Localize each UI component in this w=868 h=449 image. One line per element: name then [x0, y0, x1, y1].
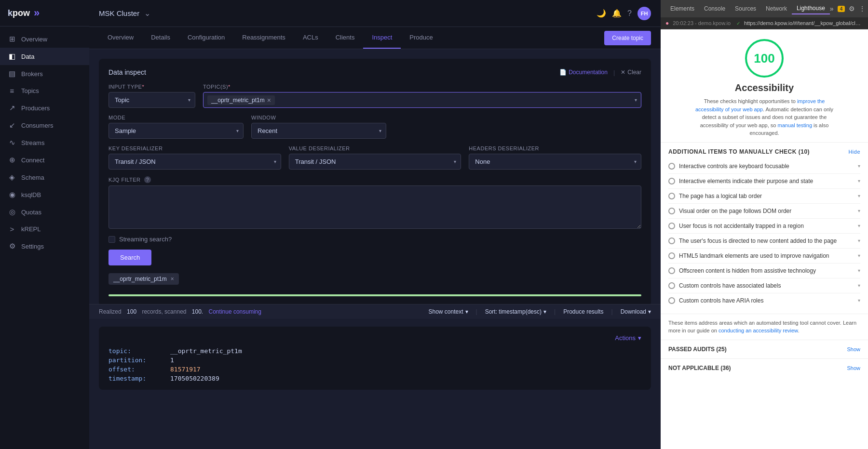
audit-item[interactable]: Visual order on the page follows DOM ord… — [668, 204, 860, 219]
more-tools-icon[interactable]: » — [830, 5, 834, 13]
audit-item[interactable]: Interactive controls are keyboard focusa… — [668, 159, 860, 174]
manual-testing-link[interactable]: manual testing — [778, 122, 813, 128]
not-applicable-header: NOT APPLICABLE (36) Show — [668, 365, 860, 371]
inspect-header: Data inspect 📄 Documentation | ✕ Clear — [108, 68, 641, 76]
audit-item[interactable]: The user's focus is directed to new cont… — [668, 234, 860, 249]
sidebar-item-connect[interactable]: ⊕ Connect — [0, 151, 89, 169]
topic-field-value: __oprtr_metric_pt1m — [170, 347, 641, 355]
hide-button[interactable]: Hide — [848, 149, 860, 155]
window-select[interactable]: Recent — [251, 123, 386, 139]
mode-select[interactable]: Sample — [108, 123, 244, 139]
sidebar-item-data[interactable]: ◧ Data — [0, 48, 89, 65]
accessibility-review-link[interactable]: conducting an accessibility review — [719, 328, 798, 333]
bell-icon[interactable]: 🔔 — [612, 9, 622, 18]
dev-tabs: Elements Console Sources Network Lightho… — [665, 3, 830, 14]
sidebar-item-ksqldb[interactable]: ◉ ksqlDB — [0, 186, 89, 203]
search-button[interactable]: Search — [108, 250, 151, 265]
documentation-link[interactable]: 📄 Documentation — [559, 69, 608, 76]
status-left: Realized 100 records, scanned 100. Conti… — [99, 308, 261, 315]
lighthouse-label: Accessibility — [735, 82, 794, 93]
topic-search-input[interactable] — [278, 96, 632, 104]
audit-circle-icon — [668, 208, 675, 214]
dev-tab-elements[interactable]: Elements — [665, 3, 699, 14]
results-tag-remove[interactable]: × — [171, 276, 174, 282]
chevron-down-icon: ▾ — [858, 283, 860, 288]
show-context-button[interactable]: Show context ▾ — [428, 308, 468, 315]
sidebar-item-quotas[interactable]: ◎ Quotas — [0, 203, 89, 221]
audit-item[interactable]: The page has a logical tab order ▾ — [668, 189, 860, 204]
sort-button[interactable]: Sort: timestamp(desc) ▾ — [485, 308, 546, 315]
audit-item[interactable]: HTML5 landmark elements are used to impr… — [668, 249, 860, 264]
sidebar-item-settings[interactable]: ⚙ Settings — [0, 238, 89, 255]
download-button[interactable]: Download ▾ — [621, 308, 651, 315]
tab-details[interactable]: Details — [142, 27, 179, 49]
additional-items-header: ADDITIONAL ITEMS TO MANUALLY CHECK (10) … — [668, 148, 860, 155]
not-applicable-label: NOT APPLICABLE (36) — [668, 365, 731, 371]
chevron-down-icon[interactable]: ⌄ — [144, 9, 150, 18]
window-group: Window Recent ▾ — [251, 115, 386, 139]
not-applicable-show-button[interactable]: Show — [847, 365, 860, 371]
moon-icon[interactable]: 🌙 — [597, 9, 606, 18]
gear-settings-icon[interactable]: ⚙ — [849, 5, 855, 13]
filter-input[interactable] — [108, 185, 641, 229]
mode-select-wrapper: Sample ▾ — [108, 123, 244, 139]
audit-item[interactable]: Custom controls have associated labels ▾ — [668, 278, 860, 293]
additional-items-section: ADDITIONAL ITEMS TO MANUALLY CHECK (10) … — [661, 142, 868, 314]
produce-results-button[interactable]: Produce results — [563, 308, 603, 315]
passed-show-button[interactable]: Show — [847, 346, 860, 352]
tab-produce[interactable]: Produce — [401, 27, 441, 49]
dev-tab-console[interactable]: Console — [699, 3, 730, 14]
more-icon[interactable]: ⋮ — [859, 5, 866, 13]
sidebar-item-consumers[interactable]: ↙ Consumers — [0, 117, 89, 134]
audit-item[interactable]: Interactive elements indicate their purp… — [668, 174, 860, 189]
tab-acls[interactable]: ACLs — [294, 27, 327, 49]
sidebar-item-krepl[interactable]: > kREPL — [0, 221, 89, 238]
audit-item[interactable]: Offscreen content is hidden from assisti… — [668, 264, 860, 278]
help-icon[interactable]: ? — [627, 9, 632, 18]
sidebar-item-producers[interactable]: ↗ Producers — [0, 99, 89, 117]
tab-configuration[interactable]: Configuration — [179, 27, 233, 49]
sidebar-item-topics[interactable]: ≡ Topics — [0, 82, 89, 99]
clear-link[interactable]: ✕ Clear — [621, 69, 641, 76]
score-circle: 100 — [745, 39, 784, 78]
sidebar-item-brokers[interactable]: ▤ Brokers — [0, 65, 89, 82]
topics-group: Topic(s)* __oprtr_metric_pt1m × ▾ — [203, 84, 641, 108]
tab-reassignments[interactable]: Reassignments — [233, 27, 294, 49]
key-deser-select-wrapper: Transit / JSON ▾ — [108, 154, 281, 170]
headers-deser-label: Headers deserializer — [469, 145, 641, 151]
dev-tab-network[interactable]: Network — [761, 3, 792, 14]
topbar-left: MSK Cluster ⌄ — [99, 9, 150, 18]
sidebar-item-overview[interactable]: ⊞ Overview — [0, 30, 89, 48]
sidebar-item-streams[interactable]: ∿ Streams — [0, 134, 89, 151]
chevron-down-icon: ▾ — [858, 223, 860, 228]
chevron-down-icon[interactable]: ▾ — [635, 97, 637, 103]
value-deser-select[interactable]: Transit / JSON — [289, 154, 461, 170]
audit-item[interactable]: User focus is not accidentally trapped i… — [668, 219, 860, 234]
sidebar-item-schema[interactable]: ◈ Schema — [0, 169, 89, 186]
chevron-down-icon: ▾ — [858, 298, 860, 303]
dev-icons: » 4 ⚙ ⋮ × — [830, 5, 868, 13]
audit-circle-icon — [668, 238, 675, 244]
streaming-checkbox[interactable] — [108, 236, 115, 243]
key-deser-select[interactable]: Transit / JSON — [108, 154, 281, 170]
continue-consuming-link[interactable]: Continue consuming — [209, 308, 261, 315]
topic-input-container[interactable]: __oprtr_metric_pt1m × ▾ — [203, 92, 641, 108]
content-area: Data inspect 📄 Documentation | ✕ Clear — [89, 49, 661, 449]
dev-tab-lighthouse[interactable]: Lighthouse — [792, 3, 830, 14]
tab-inspect[interactable]: Inspect — [363, 27, 401, 49]
input-type-select[interactable]: Topic — [108, 92, 195, 108]
headers-deser-group: Headers deserializer None ▾ — [469, 145, 641, 170]
dev-tab-sources[interactable]: Sources — [730, 3, 761, 14]
create-topic-button[interactable]: Create topic — [604, 31, 651, 45]
filter-label: kJQ Filter ? — [108, 176, 641, 183]
headers-deser-select[interactable]: None — [469, 154, 641, 170]
filter-help-icon[interactable]: ? — [144, 176, 151, 183]
topic-tag-remove[interactable]: × — [267, 97, 271, 104]
audit-item[interactable]: Custom controls have ARIA roles ▾ — [668, 293, 860, 308]
avatar[interactable]: FH — [637, 7, 651, 20]
partition-field-value: 1 — [170, 357, 641, 364]
tab-overview[interactable]: Overview — [99, 27, 142, 49]
topic-field-key: topic: — [108, 347, 166, 355]
actions-button[interactable]: Actions ▾ — [615, 334, 641, 342]
tab-clients[interactable]: Clients — [327, 27, 364, 49]
